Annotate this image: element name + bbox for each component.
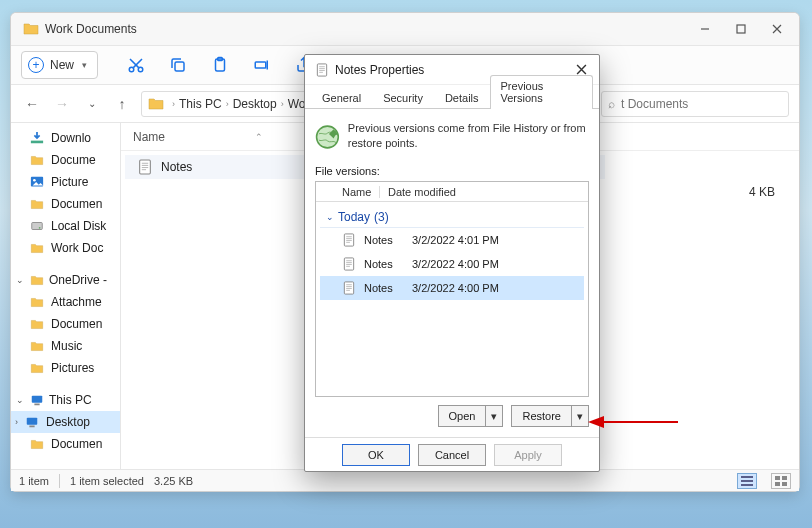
versions-group-today[interactable]: ⌄ Today (3) — [320, 206, 584, 228]
sidebar: Downlo Docume Picture Documen Local Disk… — [11, 123, 121, 469]
properties-dialog: Notes Properties General Security Detail… — [304, 54, 600, 472]
versions-header: Name Date modified — [316, 182, 588, 202]
status-size: 3.25 KB — [154, 475, 193, 487]
crumb-desktop[interactable]: Desktop — [233, 97, 277, 111]
rename-button[interactable] — [244, 51, 280, 79]
info-text: Previous versions come from File History… — [348, 121, 589, 151]
sidebar-item-pictures[interactable]: Picture — [11, 171, 120, 193]
search-input[interactable]: ⌕ — [601, 91, 789, 117]
window-title: Work Documents — [45, 22, 687, 36]
folder-icon — [23, 21, 39, 37]
svg-point-16 — [138, 67, 143, 72]
titlebar: Work Documents — [11, 13, 799, 45]
document-icon — [315, 63, 329, 77]
dialog-tabs: General Security Details Previous Versio… — [305, 85, 599, 109]
apply-button[interactable]: Apply — [494, 444, 562, 466]
search-icon: ⌕ — [608, 97, 615, 111]
file-name: Notes — [161, 160, 192, 174]
version-row[interactable]: Notes 3/2/2022 4:01 PM — [320, 228, 584, 252]
sidebar-item-attachments[interactable]: Attachme — [11, 291, 120, 313]
restore-button[interactable]: Restore ▾ — [511, 405, 589, 427]
icons-view-button[interactable] — [771, 473, 791, 489]
sidebar-group-onedrive[interactable]: ⌄OneDrive - — [11, 269, 120, 291]
info-row: Previous versions come from File History… — [315, 121, 589, 153]
file-size-truncated: 4 KB — [749, 185, 775, 199]
sidebar-item-localdisk[interactable]: Local Disk — [11, 215, 120, 237]
folder-icon — [148, 96, 164, 112]
col-date[interactable]: Date modified — [380, 186, 588, 198]
details-view-button[interactable] — [737, 473, 757, 489]
new-button-label: New — [50, 58, 74, 72]
document-icon — [342, 257, 356, 271]
document-icon — [342, 233, 356, 247]
ok-button[interactable]: OK — [342, 444, 410, 466]
search-field[interactable] — [621, 97, 782, 111]
chevron-down-icon[interactable]: ▾ — [572, 410, 588, 423]
sidebar-item-music[interactable]: Music — [11, 335, 120, 357]
sidebar-item-downloads[interactable]: Downlo — [11, 127, 120, 149]
svg-rect-20 — [255, 62, 266, 68]
chevron-down-icon: ▾ — [82, 60, 87, 70]
status-selected: 1 item selected — [70, 475, 144, 487]
version-row[interactable]: Notes 3/2/2022 4:00 PM — [320, 252, 584, 276]
version-row[interactable]: Notes 3/2/2022 4:00 PM — [320, 276, 584, 300]
up-button[interactable]: ↑ — [111, 93, 133, 115]
sidebar-group-thispc[interactable]: ⌄This PC — [11, 389, 120, 411]
svg-rect-23 — [775, 482, 780, 486]
col-name[interactable]: Name — [316, 186, 380, 198]
sidebar-item-pc-documents[interactable]: Documen — [11, 433, 120, 455]
sidebar-item-desktop[interactable]: ›Desktop — [11, 411, 120, 433]
minimize-button[interactable] — [687, 15, 723, 43]
sidebar-item-documents2[interactable]: Documen — [11, 193, 120, 215]
back-button[interactable]: ← — [21, 93, 43, 115]
open-button[interactable]: Open ▾ — [438, 405, 504, 427]
plus-icon: + — [28, 57, 44, 73]
svg-rect-14 — [737, 25, 745, 33]
tab-details[interactable]: Details — [434, 87, 490, 109]
sidebar-item-od-documents[interactable]: Documen — [11, 313, 120, 335]
maximize-button[interactable] — [723, 15, 759, 43]
forward-button[interactable]: → — [51, 93, 73, 115]
tab-previous-versions[interactable]: Previous Versions — [490, 75, 593, 109]
versions-list: Name Date modified ⌄ Today (3) Notes 3/2… — [315, 181, 589, 397]
crumb-thispc[interactable]: This PC — [179, 97, 222, 111]
sidebar-item-documents[interactable]: Docume — [11, 149, 120, 171]
file-versions-label: File versions: — [315, 165, 589, 177]
chevron-down-icon[interactable]: ▾ — [486, 410, 502, 423]
dialog-buttons: OK Cancel Apply — [305, 437, 599, 471]
sidebar-item-od-pictures[interactable]: Pictures — [11, 357, 120, 379]
restore-icon — [315, 121, 340, 153]
cut-button[interactable] — [118, 51, 154, 79]
col-name[interactable]: Name — [133, 130, 165, 144]
paste-button[interactable] — [202, 51, 238, 79]
cancel-button[interactable]: Cancel — [418, 444, 486, 466]
svg-rect-22 — [782, 476, 787, 480]
tab-general[interactable]: General — [311, 87, 372, 109]
svg-rect-21 — [775, 476, 780, 480]
svg-rect-17 — [175, 62, 184, 71]
tab-security[interactable]: Security — [372, 87, 434, 109]
svg-point-15 — [129, 67, 134, 72]
status-bar: 1 item 1 item selected 3.25 KB — [11, 469, 799, 491]
chevron-down-icon[interactable]: ⌄ — [81, 93, 103, 115]
annotation-arrow — [588, 416, 678, 428]
sidebar-item-workdoc[interactable]: Work Doc — [11, 237, 120, 259]
new-button[interactable]: + New ▾ — [21, 51, 98, 79]
document-icon — [137, 159, 153, 175]
svg-rect-24 — [782, 482, 787, 486]
document-icon — [342, 281, 356, 295]
copy-button[interactable] — [160, 51, 196, 79]
status-count: 1 item — [19, 475, 49, 487]
close-button[interactable] — [759, 15, 795, 43]
